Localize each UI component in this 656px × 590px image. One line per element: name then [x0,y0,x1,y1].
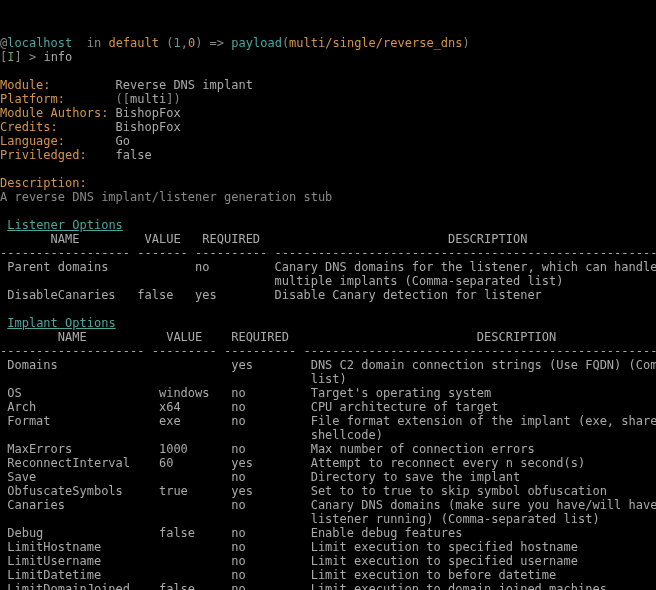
desc-label: Description: [0,176,87,190]
lang-label: Language: [0,134,116,148]
table-row: LimitDatetime no Limit execution to befo… [0,568,556,582]
table-row: LimitHostname no Limit execution to spec… [0,540,578,554]
authors-val: BishopFox [116,106,181,120]
table-row: OS windows no Target's operating system [0,386,491,400]
module-path: multi/single/reverse_dns [289,36,462,50]
table-row: DisableCanaries false yes Disable Canary… [0,288,542,302]
desc-val: A reverse DNS implant/listener generatio… [0,190,332,204]
table-row: Debug false no Enable debug features [0,526,462,540]
table-row: ReconnectInterval 60 yes Attempt to reco… [0,456,585,470]
table-row: Format exe no File format extension of t… [0,414,656,428]
in-word: in [87,36,101,50]
credits-val: BishopFox [116,120,181,134]
listener-title: Listener Options [7,218,123,232]
table-row: ObfuscateSymbols true yes Set to to true… [0,484,607,498]
host: localhost [7,36,72,50]
authors-label: Module Authors: [0,106,116,120]
table-row: Parent domains no Canary DNS domains for… [0,260,656,274]
payload-label: payload [231,36,282,50]
implant-title: Implant Options [7,316,115,330]
table-row: LimitUsername no Limit execution to spec… [0,554,578,568]
credits-label: Credits: [0,120,116,134]
table-row: Save no Directory to save the implant [0,470,520,484]
table-row: Canaries no Canary DNS domains (make sur… [0,498,656,512]
table-row: MaxErrors 1000 no Max number of connecti… [0,442,535,456]
table-row: Domains yes DNS C2 domain connection str… [0,358,656,372]
command-info: info [43,50,72,64]
module-label: Module: [0,78,116,92]
lang-val: Go [116,134,130,148]
priv-val: false [116,148,152,162]
table-row: Arch x64 no CPU architecture of target [0,400,499,414]
module-val: Reverse DNS implant [116,78,253,92]
terminal: @localhost in default (1,0) => payload(m… [0,36,656,590]
platform-label: Platform: [0,92,116,106]
context: default [108,36,159,50]
priv-label: Priviledged: [0,148,116,162]
table-row: LimitDomainJoined false no Limit executi… [0,582,607,590]
